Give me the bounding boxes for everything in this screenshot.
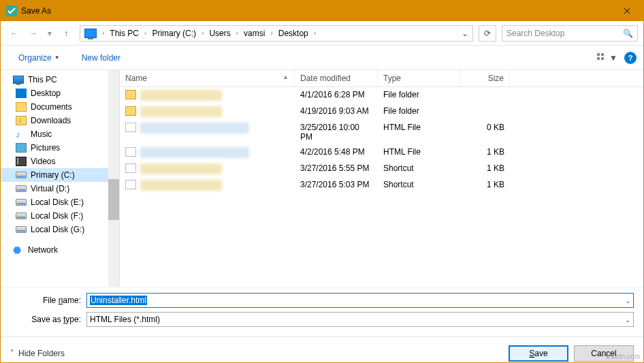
help-button[interactable]: ?	[624, 52, 637, 64]
file-row[interactable]: 3/25/2016 10:00 PMHTML File0 KB	[120, 120, 643, 144]
svg-rect-3	[597, 57, 600, 60]
column-headers[interactable]: Name▲ Date modified Type Size	[120, 70, 643, 87]
file-icon	[125, 123, 136, 132]
col-date[interactable]: Date modified	[295, 70, 378, 86]
file-icon	[125, 147, 136, 157]
music-icon: ♪	[16, 129, 27, 139]
chevron-right-icon[interactable]: ›	[142, 29, 149, 37]
breadcrumb-segment[interactable]: Desktop	[276, 27, 311, 40]
nav-bar: ← → ▾ ↑ › This PC › Primary (C:) › Users…	[1, 21, 643, 46]
tree-network[interactable]: ⬣Network	[1, 243, 108, 257]
desktop-icon	[16, 89, 27, 98]
forward-button[interactable]: →	[25, 25, 42, 42]
chevron-right-icon[interactable]: ›	[199, 29, 206, 37]
tree-downloads[interactable]: Downloads	[1, 114, 108, 127]
file-list[interactable]: Name▲ Date modified Type Size 4/1/2016 6…	[120, 70, 643, 287]
back-button[interactable]: ←	[6, 25, 22, 42]
tree-music[interactable]: ♪Music	[1, 127, 108, 141]
history-dropdown[interactable]: ▾	[44, 25, 55, 42]
tree-local-e[interactable]: Local Disk (E:)	[1, 195, 108, 209]
file-row[interactable]: 3/27/2016 5:55 PMShortcut1 KB	[120, 161, 643, 177]
hide-folders-button[interactable]: ˄ Hide Folders	[10, 349, 65, 358]
body: This PC Desktop Documents Downloads ♪Mus…	[1, 70, 643, 287]
toolbar: Organize▼ New folder ▼ ?	[1, 46, 643, 70]
drive-icon	[16, 199, 27, 206]
filename-input[interactable]: Uninstaller.html ⌄	[86, 293, 634, 308]
chevron-down-icon[interactable]: ⌄	[625, 316, 630, 323]
tree-documents[interactable]: Documents	[1, 100, 108, 114]
search-placeholder: Search Desktop	[506, 29, 623, 38]
pictures-icon	[16, 143, 27, 153]
filetype-combo[interactable]: HTML Files (*.html) ⌄	[86, 312, 634, 327]
window-title: Save As	[21, 6, 611, 16]
file-icon	[125, 163, 136, 173]
breadcrumb-segment[interactable]: This PC	[107, 27, 142, 40]
tree-local-g[interactable]: Local Disk (G:)	[1, 223, 108, 236]
tree-this-pc[interactable]: This PC	[1, 73, 108, 86]
footer: ˄ Hide Folders Save Cancel	[1, 336, 643, 363]
app-icon	[6, 5, 17, 16]
redacted-name	[140, 163, 222, 174]
svg-rect-2	[601, 53, 604, 56]
folder-icon	[125, 90, 136, 99]
refresh-button[interactable]: ⟳	[479, 25, 496, 42]
watermark: wsxdn.com	[606, 353, 640, 360]
chevron-right-icon[interactable]: ›	[99, 29, 107, 37]
drive-icon	[16, 172, 27, 178]
videos-icon	[16, 157, 27, 166]
pc-icon	[13, 76, 24, 84]
close-button[interactable]	[611, 1, 642, 20]
network-icon: ⬣	[13, 245, 24, 255]
drive-icon	[16, 185, 27, 192]
file-row[interactable]: 4/19/2016 9:03 AMFile folder	[120, 104, 643, 120]
folder-icon	[16, 102, 27, 112]
tree-desktop[interactable]: Desktop	[1, 86, 108, 100]
breadcrumb-segment[interactable]: vamsi	[241, 27, 268, 40]
file-icon	[125, 180, 136, 189]
titlebar: Save As	[1, 1, 643, 21]
chevron-right-icon[interactable]: ›	[311, 29, 319, 37]
file-row[interactable]: 4/1/2016 6:28 PMFile folder	[120, 87, 643, 104]
save-button[interactable]: Save	[509, 345, 568, 362]
redacted-name	[140, 180, 222, 191]
tree-virtual-d[interactable]: Virtual (D:)	[1, 182, 108, 195]
view-options-button[interactable]: ▼	[596, 52, 619, 64]
col-type[interactable]: Type	[378, 70, 461, 86]
tree-primary-c[interactable]: Primary (C:)	[1, 168, 108, 182]
svg-rect-4	[601, 57, 604, 60]
downloads-icon	[16, 116, 27, 125]
organize-menu[interactable]: Organize▼	[14, 50, 64, 65]
tree-videos[interactable]: Videos	[1, 155, 108, 168]
breadcrumb-bar[interactable]: › This PC › Primary (C:) › Users › vamsi…	[80, 25, 473, 42]
svg-rect-1	[597, 53, 600, 56]
breadcrumb-segment[interactable]: Primary (C:)	[149, 27, 199, 40]
tree-local-f[interactable]: Local Disk (F:)	[1, 209, 108, 223]
tree-pictures[interactable]: Pictures	[1, 141, 108, 155]
up-button[interactable]: ↑	[58, 25, 74, 42]
tree-scrollbar[interactable]	[108, 70, 119, 287]
save-fields: File name: Uninstaller.html ⌄ Save as ty…	[1, 287, 643, 336]
col-name[interactable]: Name▲	[120, 70, 295, 86]
filetype-label: Save as type:	[10, 315, 86, 324]
chevron-up-icon: ˄	[10, 349, 14, 358]
new-folder-button[interactable]: New folder	[78, 50, 125, 65]
redacted-name	[140, 123, 249, 133]
breadcrumb-segment[interactable]: Users	[206, 27, 233, 40]
chevron-down-icon[interactable]: ⌄	[625, 297, 630, 304]
col-size[interactable]: Size	[461, 70, 510, 86]
redacted-name	[140, 90, 222, 101]
nav-tree[interactable]: This PC Desktop Documents Downloads ♪Mus…	[1, 70, 108, 287]
pc-icon	[84, 29, 97, 38]
search-icon: 🔍	[623, 29, 633, 38]
chevron-right-icon[interactable]: ›	[268, 29, 275, 37]
drive-icon	[16, 212, 27, 219]
folder-icon	[125, 106, 136, 116]
redacted-name	[140, 147, 249, 158]
chevron-right-icon[interactable]: ›	[234, 29, 241, 37]
redacted-name	[140, 106, 222, 117]
file-row[interactable]: 3/27/2016 5:03 PMShortcut1 KB	[120, 177, 643, 193]
breadcrumb-dropdown[interactable]: ⌄	[457, 26, 471, 41]
file-row[interactable]: 4/2/2016 5:48 PMHTML File1 KB	[120, 144, 643, 161]
filename-label: File name:	[10, 296, 86, 305]
search-input[interactable]: Search Desktop 🔍	[502, 25, 638, 42]
